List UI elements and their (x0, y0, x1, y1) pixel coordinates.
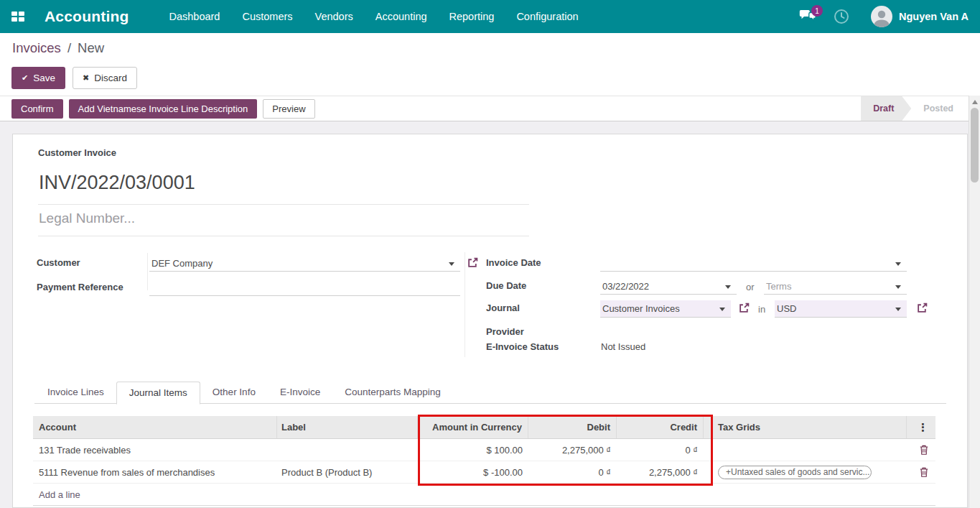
discard-button[interactable]: ✖ Discard (73, 67, 137, 89)
main-menu: Dashboard Customers Vendors Accounting R… (169, 11, 579, 22)
check-icon: ✔ (22, 73, 28, 83)
breadcrumb-separator: / (67, 40, 71, 56)
table-row[interactable]: 5111 Revenue from sales of merchandises … (33, 461, 935, 484)
preview-button[interactable]: Preview (263, 99, 314, 119)
legal-number-input[interactable]: Legal Number... (39, 211, 135, 226)
provider-label: Provider (486, 326, 524, 337)
col-label[interactable]: Label (277, 416, 418, 438)
notebook-tabs: Invoice Lines Journal Items Other Info E… (35, 382, 453, 404)
col-tax-grids[interactable]: Tax Grids (704, 416, 907, 438)
payment-reference-field[interactable] (149, 280, 460, 296)
menu-vendors[interactable]: Vendors (315, 11, 353, 22)
tab-invoice-lines[interactable]: Invoice Lines (35, 382, 116, 404)
menu-reporting[interactable]: Reporting (449, 11, 495, 22)
record-actions: ✔ Save ✖ Discard (0, 63, 980, 96)
tab-counterparts-mapping[interactable]: Counterparts Mapping (332, 382, 453, 404)
tab-other-info[interactable]: Other Info (200, 382, 268, 404)
form-statusbar: Confirm Add Vietnamese Invoice Line Desc… (0, 96, 969, 121)
breadcrumb-invoices-link[interactable]: Invoices (12, 40, 61, 56)
save-button[interactable]: ✔ Save (11, 67, 65, 89)
user-name: Nguyen Van A (899, 11, 969, 22)
col-account[interactable]: Account (33, 416, 277, 438)
due-date-label: Due Date (486, 280, 526, 291)
due-date-field[interactable]: 03/22/2022 (600, 279, 737, 295)
journal-field[interactable]: Customer Invoices (600, 300, 731, 318)
customer-field[interactable]: DEF Company (149, 256, 460, 272)
column-options-icon[interactable]: ⋮ (918, 422, 928, 433)
breadcrumb: Invoices / New (0, 33, 980, 63)
table-row[interactable]: 131 Trade receivables $ 100.00 2,275,000… (33, 439, 935, 461)
menu-dashboard[interactable]: Dashboard (169, 11, 220, 22)
customer-external-link-icon[interactable] (467, 257, 478, 268)
user-menu[interactable]: Nguyen Van A (871, 6, 969, 27)
document-type-label: Customer Invoice (38, 147, 116, 158)
topbar-right: 1 Nguyen Van A (799, 6, 969, 27)
divider (38, 236, 529, 236)
col-amount-in-currency[interactable]: Amount in Currency (418, 416, 528, 438)
add-vietnamese-description-button[interactable]: Add Vietnamese Invoice Line Description (69, 99, 258, 119)
in-text: in (758, 304, 765, 315)
tab-e-invoice[interactable]: E-Invoice (268, 382, 332, 404)
scroll-up-arrow-icon[interactable] (972, 100, 978, 104)
menu-configuration[interactable]: Configuration (516, 11, 578, 22)
avatar (871, 6, 892, 27)
invoice-form-sheet: Customer Invoice INV/2022/03/0001 Legal … (12, 134, 968, 508)
or-text: or (746, 282, 755, 292)
scrollbar-thumb[interactable] (971, 108, 979, 183)
currency-external-link-icon[interactable] (917, 303, 928, 313)
divider (465, 252, 465, 357)
breadcrumb-current: New (78, 40, 104, 56)
add-line-link[interactable]: Add a line (33, 489, 80, 500)
invoice-number[interactable]: INV/2022/03/0001 (39, 172, 195, 194)
confirm-button[interactable]: Confirm (11, 99, 63, 119)
vertical-scrollbar[interactable] (969, 96, 980, 508)
menu-accounting[interactable]: Accounting (375, 11, 427, 22)
close-icon: ✖ (83, 73, 89, 83)
chevron-down-icon[interactable] (725, 285, 731, 289)
menu-customers[interactable]: Customers (242, 11, 292, 22)
activities-clock-icon[interactable] (834, 9, 849, 24)
einvoice-status-label: E-Invoice Status (486, 341, 559, 352)
chevron-down-icon[interactable] (895, 285, 901, 289)
stage-draft[interactable]: Draft (861, 96, 911, 121)
tab-journal-items[interactable]: Journal Items (116, 382, 200, 405)
customer-label: Customer (37, 257, 80, 268)
messages-icon[interactable]: 1 (799, 9, 818, 24)
chevron-down-icon[interactable] (719, 308, 725, 311)
delete-row-icon[interactable] (920, 467, 928, 477)
payment-terms-field[interactable]: Terms (764, 279, 907, 295)
einvoice-status-value: Not Issued (601, 341, 645, 352)
stage-posted[interactable]: Posted (911, 96, 966, 121)
chevron-down-icon[interactable] (895, 308, 901, 311)
divider (38, 204, 529, 205)
payment-reference-label: Payment Reference (37, 282, 123, 292)
chevron-down-icon[interactable] (895, 262, 901, 266)
invoice-date-label: Invoice Date (486, 257, 541, 268)
table-header: Account Label Amount in Currency Debit C… (33, 416, 935, 439)
journal-items-table: Account Label Amount in Currency Debit C… (33, 416, 935, 506)
journal-external-link-icon[interactable] (739, 303, 750, 313)
journal-label: Journal (486, 303, 520, 313)
add-line-row: Add a line (33, 484, 935, 506)
app-title[interactable]: Accounting (45, 8, 129, 25)
apps-menu-icon[interactable] (11, 11, 25, 22)
divider (147, 253, 148, 290)
col-debit[interactable]: Debit (528, 416, 617, 438)
chevron-down-icon[interactable] (449, 262, 454, 266)
invoice-date-field[interactable] (600, 256, 907, 272)
currency-field[interactable]: USD (775, 300, 907, 318)
top-navbar: Accounting Dashboard Customers Vendors A… (0, 0, 980, 33)
state-stages: Draft Posted (861, 96, 966, 121)
delete-row-icon[interactable] (920, 445, 928, 455)
tax-grid-tag[interactable]: +Untaxed sales of goods and servic... (718, 466, 872, 479)
col-credit[interactable]: Credit (617, 416, 704, 438)
message-count-badge: 1 (811, 5, 823, 17)
